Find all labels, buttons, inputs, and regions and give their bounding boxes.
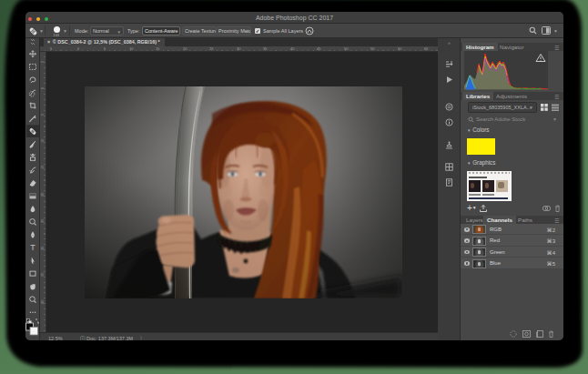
svg-text:T: T — [30, 243, 35, 252]
